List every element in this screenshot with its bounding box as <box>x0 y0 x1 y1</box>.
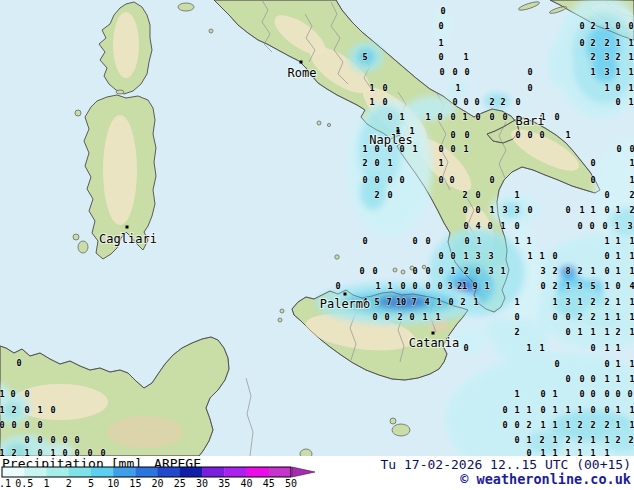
value-label: 1 <box>369 83 374 93</box>
value-label: 2 <box>615 435 620 445</box>
value-label: 1 <box>526 343 531 353</box>
colorbar-tick: 20 <box>152 478 164 489</box>
value-label: 0 <box>475 266 480 276</box>
colorbar-segment <box>135 467 158 477</box>
value-label: 1 <box>604 281 609 291</box>
value-label: 1 <box>604 236 609 246</box>
value-label: 2 <box>362 158 367 168</box>
value-label: 2 <box>604 420 609 430</box>
value-label: 1 <box>604 83 609 93</box>
maddalena-island <box>116 90 124 94</box>
value-label: 1 <box>526 435 531 445</box>
value-label: 2 <box>577 435 582 445</box>
city-label: Bari <box>516 114 545 128</box>
colorbar-tick: 2 <box>66 478 72 489</box>
value-label: 0 <box>438 175 443 185</box>
value-label: 1 <box>565 420 570 430</box>
value-label: 1 <box>425 112 430 122</box>
value-label: 1 <box>387 158 392 168</box>
colorbar-segment <box>224 467 247 477</box>
city-label: Cagliari <box>99 232 157 246</box>
value-label: 1 <box>615 359 620 369</box>
value-label: 2 <box>628 435 633 445</box>
colorbar: 0.10.5125101520253035404550 <box>0 465 340 489</box>
value-label: 3 <box>488 251 493 261</box>
value-label: 0 <box>502 420 507 430</box>
value-label: 0 <box>50 405 55 415</box>
value-label: 1 <box>629 312 634 322</box>
value-label: 2 <box>565 435 570 445</box>
value-label: 3 <box>502 205 507 215</box>
value-label: 0 <box>615 389 620 399</box>
value-label: 0 <box>579 389 584 399</box>
value-label: 1 <box>577 297 582 307</box>
value-label: 1 <box>615 343 620 353</box>
value-label: 1 <box>628 67 633 77</box>
value-label: 0 <box>589 221 594 231</box>
value-label: 0 <box>527 83 532 93</box>
value-label: 3 <box>565 297 570 307</box>
value-label: 0 <box>10 389 15 399</box>
malta-island <box>392 424 410 436</box>
value-label: 1 <box>590 205 595 215</box>
value-label: 1 <box>526 405 531 415</box>
value-label: 1 <box>579 205 584 215</box>
value-label: 1 <box>604 435 609 445</box>
value-label: 0 <box>526 448 531 456</box>
value-label: 1 <box>577 405 582 415</box>
value-label: 0 <box>474 97 479 107</box>
santantioco-island <box>78 241 88 253</box>
value-label: 0 <box>24 405 29 415</box>
value-label: 1 <box>629 175 634 185</box>
value-label: 0 <box>590 175 595 185</box>
value-label: 3 <box>447 281 452 291</box>
value-label: 1 <box>628 97 633 107</box>
value-label: 1 <box>604 343 609 353</box>
value-label: 1 <box>590 435 595 445</box>
value-label: 0 <box>475 112 480 122</box>
value-label: 1 <box>476 236 481 246</box>
value-label: 1 <box>629 266 634 276</box>
value-label: 2 <box>514 327 519 337</box>
value-label: 0 <box>362 236 367 246</box>
value-label: 0 <box>487 221 492 231</box>
value-label: 0 <box>387 190 392 200</box>
value-label: 1 <box>24 448 29 456</box>
value-label: 7 <box>386 297 391 307</box>
value-label: 1 <box>438 38 443 48</box>
value-label: 0 <box>552 312 557 322</box>
value-label: 1 <box>450 266 455 276</box>
value-label: 0 <box>616 144 621 154</box>
value-label: 0 <box>374 158 379 168</box>
value-label: 3 <box>627 221 632 231</box>
value-label: 0 <box>540 389 545 399</box>
value-label: 2 <box>629 205 634 215</box>
value-label: 0 <box>565 205 570 215</box>
value-label: 2 <box>489 97 494 107</box>
value-label: 1 <box>552 435 557 445</box>
colorbar-segment <box>69 467 92 477</box>
value-label: 4 <box>629 281 634 291</box>
value-label: 2 <box>590 52 595 62</box>
value-label: 4 <box>424 297 429 307</box>
value-label: 0 <box>452 97 457 107</box>
value-label: 0 <box>74 435 79 445</box>
value-label: 2 <box>615 327 620 337</box>
value-label: 0 <box>74 448 79 456</box>
value-label: 0 <box>24 389 29 399</box>
legend-bar: Precipitation[mm]ARPEGE 0.10.51251015202… <box>0 456 634 490</box>
value-label: 0 <box>16 358 21 368</box>
value-label: 1 <box>540 448 545 456</box>
value-label: 0 <box>438 266 443 276</box>
value-label: 1 <box>500 221 505 231</box>
value-label: 2 <box>590 297 595 307</box>
value-label: 0 <box>540 405 545 415</box>
value-label: 0 <box>514 435 519 445</box>
value-label: 1 <box>552 405 557 415</box>
value-label: 0 <box>463 97 468 107</box>
value-label: 0 <box>615 83 620 93</box>
value-label: 1 <box>577 327 582 337</box>
value-label: 5 <box>590 281 595 291</box>
value-label: 2 <box>460 297 465 307</box>
value-label: 2 <box>374 190 379 200</box>
